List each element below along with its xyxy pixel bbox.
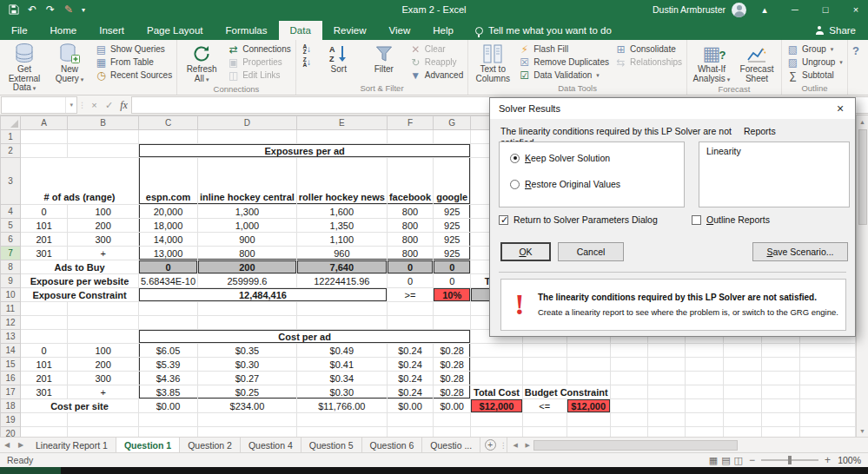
maximize-button[interactable]: □ [813, 0, 838, 19]
cell-B1[interactable] [68, 130, 139, 144]
flash-fill-button[interactable]: ⚡Flash Fill [515, 43, 612, 56]
cell-A9[interactable]: Exposure per website [20, 274, 138, 288]
cell-O17[interactable] [762, 385, 800, 399]
page-break-view-icon[interactable]: ◫ [734, 455, 743, 466]
undo-button[interactable]: ↶ [23, 1, 41, 18]
cell-I20[interactable] [522, 427, 567, 438]
cell-C7[interactable]: 13,000 [139, 247, 198, 260]
reapply-button[interactable]: ↻Reapply [407, 56, 466, 69]
cell-L19[interactable] [648, 413, 686, 427]
cell-L14[interactable] [648, 344, 686, 358]
cell-B13[interactable] [68, 330, 139, 344]
row-header-12[interactable]: 12 [1, 316, 21, 330]
cell-D11[interactable] [198, 302, 297, 316]
cell-D14[interactable]: $0.35 [198, 344, 297, 358]
brush-icon[interactable]: ✎ [60, 1, 77, 18]
cell-B17[interactable]: + [68, 385, 139, 399]
row-header-17[interactable]: 17 [1, 385, 21, 399]
cell-M14[interactable] [686, 344, 724, 358]
cell-P18[interactable] [799, 399, 855, 413]
cell-G12[interactable] [434, 316, 471, 330]
cell-A15[interactable]: 101 [20, 358, 67, 372]
cell-C13[interactable]: Cost per ad [139, 330, 471, 344]
cell-G1[interactable] [434, 130, 471, 144]
cell-M17[interactable] [686, 385, 724, 399]
cell-B6[interactable]: 300 [68, 233, 139, 247]
cell-A12[interactable] [20, 316, 67, 330]
avatar[interactable] [732, 3, 746, 17]
sort-ascending-button[interactable]: AZ↓ [298, 43, 316, 56]
cancel-entry-icon[interactable]: × [87, 100, 102, 110]
cell-G9[interactable]: 0 [434, 274, 471, 288]
cell-A18[interactable]: Cost per site [20, 399, 138, 413]
new-query-button[interactable]: New Query▾ [47, 41, 92, 94]
column-header-b[interactable]: B [68, 116, 139, 130]
horizontal-scrollbar[interactable]: ◀ ▶ [507, 438, 868, 452]
cell-F8[interactable]: 0 [387, 260, 433, 274]
cell-D7[interactable]: 800 [198, 247, 297, 260]
cell-A14[interactable]: 0 [20, 344, 67, 358]
cell-M18[interactable] [686, 399, 724, 413]
cell-F20[interactable] [387, 427, 433, 438]
cell-J20[interactable] [567, 427, 610, 438]
cell-B15[interactable]: 200 [68, 358, 139, 372]
sheet-tab-question-4[interactable]: Question 4 [241, 438, 301, 452]
cell-D5[interactable]: 1,000 [198, 219, 297, 233]
get-external-data-button[interactable]: Get External Data▾ [2, 41, 47, 94]
cell-D4[interactable]: 1,300 [198, 205, 297, 219]
cell-B12[interactable] [68, 316, 139, 330]
row-header-16[interactable]: 16 [1, 372, 21, 385]
row-header-15[interactable]: 15 [1, 358, 21, 372]
filter-button[interactable]: Filter [361, 41, 407, 83]
cell-D20[interactable] [198, 427, 297, 438]
cell-I17[interactable]: Budget Constraint [522, 385, 610, 399]
horizontal-scroll-thumb[interactable] [533, 440, 738, 451]
cell-C8[interactable]: 0 [139, 260, 198, 274]
tab-insert[interactable]: Insert [88, 21, 136, 40]
cell-L16[interactable] [648, 372, 686, 385]
cell-G20[interactable] [434, 427, 471, 438]
cell-C4[interactable]: 20,000 [139, 205, 198, 219]
recent-sources-button[interactable]: ◷Recent Sources [92, 69, 175, 82]
cell-F5[interactable]: 800 [387, 219, 433, 233]
cell-G11[interactable] [434, 302, 471, 316]
zoom-in-button[interactable]: + [825, 456, 831, 464]
cell-E1[interactable] [296, 130, 387, 144]
column-header-d[interactable]: D [198, 116, 297, 130]
cell-J14[interactable] [567, 344, 610, 358]
tell-me-box[interactable]: Tell me what you want to do [465, 21, 622, 40]
cell-I14[interactable] [522, 344, 567, 358]
cell-C19[interactable] [139, 413, 198, 427]
cell-B14[interactable]: 100 [68, 344, 139, 358]
row-header-13[interactable]: 13 [1, 330, 21, 344]
cell-I18[interactable]: <= [522, 399, 567, 413]
zoom-level[interactable]: 100% [837, 455, 861, 465]
scroll-left-icon[interactable]: ◀ [509, 442, 521, 449]
what-if-analysis-button[interactable]: ▦?What-If Analysis▾ [689, 41, 734, 84]
help-icon[interactable]: ? [852, 44, 859, 57]
cell-B19[interactable] [68, 413, 139, 427]
consolidate-button[interactable]: ⊞Consolidate [612, 43, 685, 56]
cell-C1[interactable] [139, 130, 198, 144]
cell-K14[interactable] [610, 344, 648, 358]
cell-G17[interactable]: $0.28 [434, 385, 471, 399]
cell-A13[interactable] [20, 330, 67, 344]
row-header-5[interactable]: 5 [1, 219, 21, 233]
cell-D18[interactable]: $234.00 [198, 399, 297, 413]
select-all-corner[interactable] [1, 116, 21, 130]
row-header-19[interactable]: 19 [1, 413, 21, 427]
save-icon[interactable] [5, 1, 23, 18]
cell-O19[interactable] [762, 413, 800, 427]
tab-splitter-handle[interactable]: ⋮ [500, 438, 507, 452]
cell-C16[interactable]: $4.36 [139, 372, 198, 385]
cell-C3[interactable]: espn.com [139, 158, 198, 205]
row-header-11[interactable]: 11 [1, 302, 21, 316]
tab-home[interactable]: Home [39, 21, 89, 40]
relationships-button[interactable]: ⇆Relationships [612, 56, 685, 69]
cell-J19[interactable] [567, 413, 610, 427]
return-to-solver-checkbox[interactable]: Return to Solver Parameters Dialog [499, 214, 658, 225]
cell-C5[interactable]: 18,000 [139, 219, 198, 233]
tab-review[interactable]: Review [322, 21, 378, 40]
cell-O15[interactable] [762, 358, 800, 372]
cell-L18[interactable] [648, 399, 686, 413]
